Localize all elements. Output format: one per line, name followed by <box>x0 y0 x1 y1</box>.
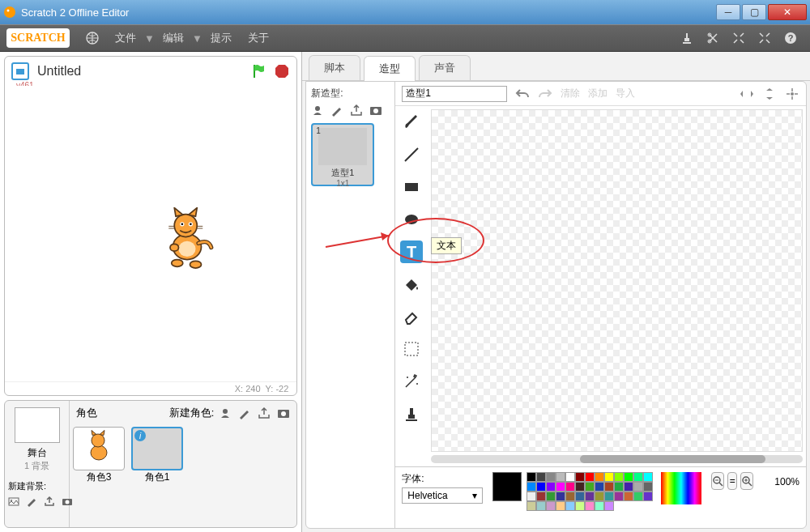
redo-icon[interactable] <box>538 87 552 100</box>
import-button[interactable]: 导入 <box>616 87 635 100</box>
brush-tool-icon[interactable] <box>400 111 423 134</box>
color-swatch[interactable] <box>643 482 653 492</box>
stamp-tool-icon[interactable] <box>400 402 423 425</box>
color-spectrum[interactable] <box>661 472 701 504</box>
sprite-info-icon[interactable]: i <box>134 430 146 441</box>
color-swatch[interactable] <box>565 482 575 492</box>
color-swatch[interactable] <box>614 472 624 482</box>
choose-costume-icon[interactable] <box>311 104 324 117</box>
text-tool-icon[interactable]: T <box>400 240 423 263</box>
color-swatch[interactable] <box>604 492 614 501</box>
help-icon[interactable]: ? <box>782 30 799 46</box>
canvas-h-scrollbar[interactable] <box>431 455 803 463</box>
menu-edit[interactable]: 编辑 <box>155 31 192 45</box>
tab-sounds[interactable]: 声音 <box>419 55 471 80</box>
select-tool-icon[interactable] <box>400 338 423 360</box>
color-swatch[interactable] <box>556 492 565 501</box>
menu-about[interactable]: 关于 <box>240 31 277 45</box>
menu-tips[interactable]: 提示 <box>202 31 240 45</box>
color-swatch[interactable] <box>546 492 556 501</box>
fill-tool-icon[interactable] <box>400 273 423 296</box>
paint-costume-icon[interactable] <box>330 104 343 117</box>
zoom-in-icon[interactable] <box>740 472 753 490</box>
paint-sprite-icon[interactable] <box>238 406 251 419</box>
font-select[interactable]: Helvetica ▾ <box>402 487 483 504</box>
upload-backdrop-icon[interactable] <box>44 496 55 509</box>
green-flag-icon[interactable] <box>251 63 267 79</box>
color-swatch[interactable] <box>643 492 653 501</box>
color-swatch[interactable] <box>546 482 556 492</box>
add-button[interactable]: 添加 <box>588 87 608 100</box>
flip-v-icon[interactable] <box>762 87 777 100</box>
window-maximize-button[interactable]: ▢ <box>742 4 766 20</box>
scratch-logo[interactable]: SCRATCH <box>6 28 70 48</box>
rect-tool-icon[interactable] <box>400 176 423 198</box>
ellipse-tool-icon[interactable] <box>400 208 423 231</box>
project-title[interactable]: Untitled <box>37 64 251 79</box>
color-swatch[interactable] <box>643 472 653 482</box>
paint-backdrop-icon[interactable] <box>26 496 37 509</box>
color-swatch[interactable] <box>575 472 585 482</box>
line-tool-icon[interactable] <box>400 143 423 166</box>
stamp-icon[interactable] <box>679 30 695 46</box>
color-swatch[interactable] <box>604 501 614 511</box>
color-swatch[interactable] <box>614 482 624 492</box>
color-swatch[interactable] <box>604 472 614 482</box>
color-swatch[interactable] <box>575 501 585 511</box>
tab-costumes[interactable]: 造型 <box>364 56 416 81</box>
globe-icon[interactable] <box>78 32 107 45</box>
grow-icon[interactable] <box>731 30 747 46</box>
stage-canvas[interactable] <box>5 86 296 381</box>
costume-name-input[interactable] <box>402 86 507 102</box>
camera-costume-icon[interactable] <box>369 104 382 117</box>
wand-tool-icon[interactable] <box>400 370 423 393</box>
color-swatch[interactable] <box>633 472 643 482</box>
flip-h-icon[interactable] <box>740 87 754 100</box>
color-palette[interactable] <box>526 472 656 511</box>
color-swatch[interactable] <box>565 501 575 511</box>
color-swatch[interactable] <box>556 501 565 511</box>
color-swatch[interactable] <box>633 482 643 492</box>
color-swatch[interactable] <box>536 472 546 482</box>
center-icon[interactable] <box>785 87 799 100</box>
color-swatch[interactable] <box>624 492 633 501</box>
choose-sprite-icon[interactable] <box>219 406 232 419</box>
color-swatch[interactable] <box>556 472 565 482</box>
undo-icon[interactable] <box>515 87 530 100</box>
color-swatch[interactable] <box>526 472 536 482</box>
zoom-reset-icon[interactable]: = <box>727 472 737 490</box>
color-swatch[interactable] <box>565 492 575 501</box>
color-swatch[interactable] <box>595 501 604 511</box>
color-swatch[interactable] <box>595 492 604 501</box>
color-swatch[interactable] <box>536 492 546 501</box>
sprite-item-selected[interactable]: i 角色1 <box>131 427 183 484</box>
color-swatch[interactable] <box>585 472 595 482</box>
sprite-item[interactable]: 角色3 <box>73 427 125 484</box>
color-swatch[interactable] <box>575 492 585 501</box>
paint-canvas[interactable] <box>431 109 803 452</box>
color-swatch[interactable] <box>595 472 604 482</box>
color-swatch[interactable] <box>633 492 643 501</box>
scissors-icon[interactable] <box>705 30 721 46</box>
window-minimize-button[interactable]: ─ <box>716 4 740 20</box>
color-swatch[interactable] <box>585 492 595 501</box>
backdrop-thumbnail[interactable] <box>15 407 60 443</box>
color-swatch[interactable] <box>604 482 614 492</box>
upload-sprite-icon[interactable] <box>258 406 271 419</box>
zoom-out-icon[interactable] <box>711 472 724 490</box>
color-swatch[interactable] <box>526 482 536 492</box>
camera-sprite-icon[interactable] <box>277 406 290 419</box>
shrink-icon[interactable] <box>757 30 773 46</box>
color-swatch[interactable] <box>624 472 633 482</box>
upload-costume-icon[interactable] <box>350 104 363 117</box>
color-swatch[interactable] <box>585 482 595 492</box>
color-swatch[interactable] <box>585 501 595 511</box>
color-swatch[interactable] <box>546 501 556 511</box>
color-swatch[interactable] <box>595 482 604 492</box>
color-swatch[interactable] <box>556 482 565 492</box>
color-swatch[interactable] <box>526 492 536 501</box>
color-swatch[interactable] <box>536 501 546 511</box>
color-swatch[interactable] <box>624 482 633 492</box>
color-swatch[interactable] <box>565 472 575 482</box>
current-color-swatch[interactable] <box>492 472 522 501</box>
